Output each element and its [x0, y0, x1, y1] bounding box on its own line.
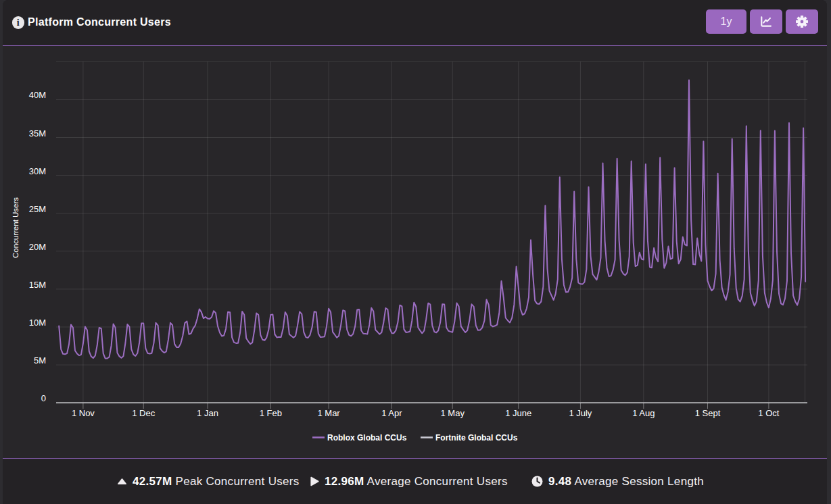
svg-text:1 Sept: 1 Sept	[695, 408, 721, 418]
svg-text:Roblox Global CCUs: Roblox Global CCUs	[327, 433, 407, 443]
svg-text:25M: 25M	[29, 204, 46, 214]
svg-text:0: 0	[41, 393, 46, 403]
svg-text:1 Nov: 1 Nov	[72, 408, 95, 418]
svg-text:30M: 30M	[29, 166, 46, 176]
svg-text:Concurrent Users: Concurrent Users	[11, 197, 20, 258]
svg-text:15M: 15M	[29, 280, 46, 290]
svg-text:1 Feb: 1 Feb	[260, 408, 282, 418]
svg-text:1 Aug: 1 Aug	[632, 408, 655, 418]
svg-text:20M: 20M	[29, 242, 46, 252]
svg-text:40M: 40M	[29, 90, 46, 100]
svg-text:Fortnite Global CCUs: Fortnite Global CCUs	[435, 433, 518, 443]
svg-text:1 May: 1 May	[440, 408, 465, 418]
svg-text:1 Dec: 1 Dec	[132, 408, 155, 418]
svg-text:5M: 5M	[34, 355, 46, 366]
svg-text:1 Jan: 1 Jan	[197, 408, 218, 418]
svg-text:35M: 35M	[29, 128, 46, 138]
svg-text:1 July: 1 July	[569, 408, 592, 418]
svg-text:1 Apr: 1 Apr	[381, 408, 402, 418]
svg-text:1 June: 1 June	[505, 408, 531, 418]
svg-text:1 Oct: 1 Oct	[758, 408, 779, 418]
svg-text:10M: 10M	[29, 318, 46, 328]
svg-text:1 Mar: 1 Mar	[317, 408, 340, 418]
